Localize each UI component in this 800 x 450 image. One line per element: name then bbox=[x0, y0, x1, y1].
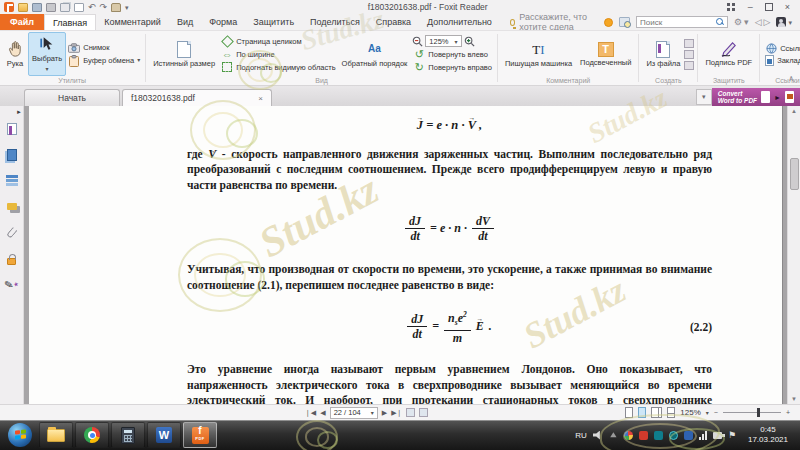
back-icon[interactable]: ◁ bbox=[755, 17, 762, 27]
settings-dropdown-icon[interactable]: ▾ bbox=[744, 17, 749, 27]
page-number-box[interactable]: 22 / 104 ▾ bbox=[330, 407, 378, 419]
taskbar-foxit-button[interactable]: fPDF bbox=[183, 422, 217, 448]
typewriter-button[interactable]: TI Пишущая машинка bbox=[501, 37, 576, 71]
full-page-button[interactable]: Страница целиком bbox=[219, 35, 337, 47]
feedback-icon[interactable] bbox=[604, 18, 613, 27]
tab-form[interactable]: Форма bbox=[201, 14, 245, 30]
scroll-up-icon[interactable]: ▲ bbox=[791, 106, 797, 116]
convert-word-to-pdf-button[interactable]: Convert Word to PDF ► bbox=[712, 88, 800, 106]
sidebar-expand-icon[interactable]: ► bbox=[16, 109, 22, 115]
gear-icon[interactable]: ⚙ bbox=[734, 17, 742, 27]
taskbar-clock[interactable]: 0:45 17.03.2021 bbox=[742, 425, 794, 445]
tab-comment[interactable]: Комментарий bbox=[96, 14, 169, 30]
facing-view-icon[interactable] bbox=[651, 407, 659, 418]
create-blank-icon[interactable] bbox=[684, 61, 694, 70]
status-zoom-out-icon[interactable]: − bbox=[714, 409, 718, 416]
bookmark-button[interactable]: Закладка bbox=[763, 55, 800, 66]
network-signal-icon[interactable] bbox=[699, 431, 707, 440]
true-size-button[interactable]: Истинный размер bbox=[149, 38, 219, 71]
single-page-view-icon[interactable] bbox=[625, 407, 633, 418]
search-input[interactable] bbox=[640, 18, 716, 27]
fit-width-view-icon[interactable] bbox=[638, 407, 646, 418]
zoom-level-field[interactable]: 125% ▾ bbox=[425, 35, 461, 47]
forward-icon[interactable]: ▷ bbox=[764, 17, 771, 27]
select-tool-button[interactable]: Выбрать ▾ bbox=[28, 32, 66, 76]
create-clipboard-icon[interactable] bbox=[684, 39, 694, 48]
first-page-icon[interactable]: ❘◀ bbox=[305, 409, 316, 417]
tab-home[interactable]: Главная bbox=[44, 14, 96, 30]
rotate-left-button[interactable]: ↺ Повернуть влево bbox=[411, 48, 494, 60]
reverse-order-button[interactable]: Aa Обратный порядок bbox=[338, 37, 412, 71]
document-view[interactable]: J = e · n · V , где V - скорость направл… bbox=[24, 106, 787, 404]
previous-view-icon[interactable] bbox=[406, 408, 415, 417]
fit-width-button[interactable]: ⇔ По ширине bbox=[219, 48, 337, 60]
copy-icon[interactable] bbox=[60, 3, 70, 12]
fit-visible-button[interactable]: Подогнать видимую область bbox=[219, 61, 337, 73]
tab-extra[interactable]: Дополнительно bbox=[419, 14, 500, 30]
link-button[interactable]: Ссылка bbox=[763, 42, 800, 54]
hand-tool-button[interactable]: Рука bbox=[2, 37, 28, 71]
document-search-icon[interactable] bbox=[619, 17, 630, 27]
account-control[interactable]: ▾ bbox=[776, 17, 792, 27]
previous-page-icon[interactable]: ◀ bbox=[320, 409, 325, 417]
convert-dropdown-icon[interactable]: ▾ bbox=[696, 89, 712, 105]
highlight-button[interactable]: T Подсвеченный bbox=[576, 39, 635, 70]
tab-view[interactable]: Вид bbox=[169, 14, 201, 30]
volume-icon[interactable] bbox=[593, 431, 603, 440]
taskbar-explorer-button[interactable] bbox=[39, 422, 73, 448]
close-button[interactable]: × bbox=[785, 3, 790, 12]
collapse-ribbon-icon[interactable]: ∧ bbox=[788, 74, 794, 83]
taskbar-calculator-button[interactable] bbox=[111, 422, 145, 448]
from-file-button[interactable]: Из файла bbox=[642, 38, 684, 71]
scroll-down-icon[interactable]: ▼ bbox=[791, 394, 797, 404]
taskbar-chrome-button[interactable] bbox=[75, 422, 109, 448]
search-box[interactable] bbox=[636, 16, 728, 28]
save-icon[interactable] bbox=[32, 3, 42, 12]
security-panel-icon[interactable] bbox=[5, 252, 18, 265]
tray-teal-app-icon[interactable] bbox=[654, 431, 663, 440]
start-button[interactable] bbox=[8, 423, 32, 447]
zoom-slider-thumb[interactable] bbox=[757, 408, 760, 417]
redo-icon[interactable]: ↷ bbox=[100, 3, 108, 12]
stamp-icon[interactable] bbox=[111, 3, 121, 12]
tab-help[interactable]: Справка bbox=[368, 14, 419, 30]
close-tab-icon[interactable]: × bbox=[258, 94, 263, 103]
vertical-scrollbar[interactable]: ▲ ▼ bbox=[787, 106, 800, 404]
tell-me-box[interactable]: Расскажите, что хотите сдела bbox=[500, 14, 604, 30]
tab-protect[interactable]: Защитить bbox=[245, 14, 302, 30]
page-dropdown-icon[interactable]: ▾ bbox=[371, 409, 374, 416]
restore-button[interactable] bbox=[765, 3, 773, 11]
hidden-icons-arrow[interactable] bbox=[609, 431, 618, 440]
last-page-icon[interactable]: ▶❘ bbox=[391, 409, 402, 417]
clipboard-button[interactable]: Буфер обмена ▾ bbox=[66, 55, 142, 67]
taskbar-word-button[interactable]: W bbox=[147, 422, 181, 448]
tray-red-app-icon[interactable] bbox=[639, 431, 648, 440]
status-zoom-in-icon[interactable]: + bbox=[786, 409, 790, 416]
power-icon[interactable] bbox=[713, 432, 722, 439]
search-icon[interactable] bbox=[716, 18, 724, 26]
undo-icon[interactable]: ↶ bbox=[88, 3, 96, 12]
zoom-in-icon[interactable] bbox=[464, 35, 476, 47]
zoom-dropdown-icon[interactable]: ▾ bbox=[455, 38, 458, 45]
create-scanner-icon[interactable] bbox=[684, 50, 694, 59]
new-document-icon[interactable] bbox=[74, 3, 84, 12]
tab-share[interactable]: Поделиться bbox=[302, 14, 368, 30]
continuous-view-icon[interactable] bbox=[667, 407, 675, 418]
tray-circle-app-icon[interactable] bbox=[669, 431, 678, 440]
sign-pdf-button[interactable]: Подпись PDF bbox=[701, 38, 756, 70]
next-view-icon[interactable] bbox=[419, 408, 428, 417]
print-icon[interactable] bbox=[46, 3, 56, 12]
settings-control[interactable]: ⚙ ▾ bbox=[734, 17, 749, 27]
tab-file[interactable]: Файл bbox=[0, 14, 44, 30]
zoom-slider[interactable] bbox=[723, 412, 781, 413]
zoom-out-icon[interactable] bbox=[411, 35, 423, 47]
account-avatar-icon[interactable] bbox=[776, 17, 786, 27]
tab-start-page[interactable]: Начать bbox=[24, 89, 120, 106]
signatures-panel-icon[interactable]: ✎★ bbox=[4, 277, 19, 292]
minimize-button[interactable]: – bbox=[748, 3, 753, 12]
tab-document[interactable]: f1803201638.pdf × bbox=[122, 89, 272, 106]
scrollbar-thumb[interactable] bbox=[790, 158, 799, 190]
comments-panel-icon[interactable] bbox=[5, 200, 18, 213]
account-dropdown-icon[interactable]: ▾ bbox=[788, 19, 792, 26]
pages-panel-icon[interactable] bbox=[5, 148, 18, 161]
